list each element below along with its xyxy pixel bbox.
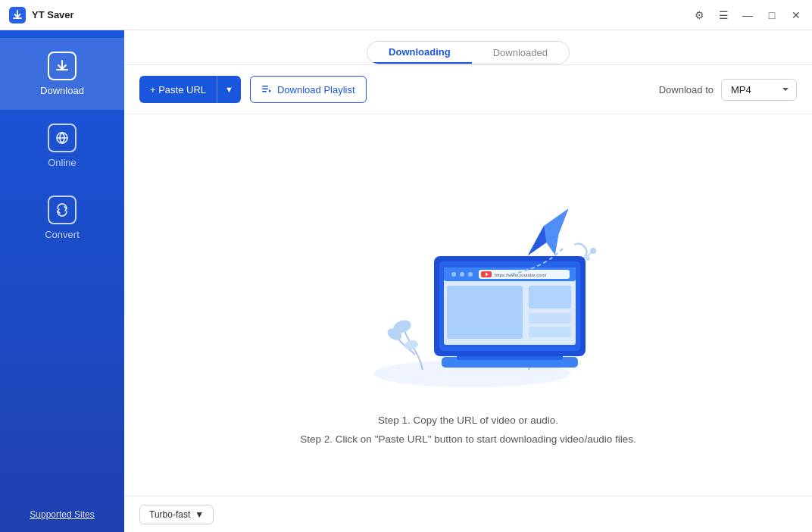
- settings-icon[interactable]: ⚙: [692, 8, 706, 22]
- main-area: https://www.youtube.com/: [124, 114, 812, 496]
- playlist-icon: [261, 84, 272, 95]
- svg-text:https://www.youtube.com/: https://www.youtube.com/: [495, 273, 547, 277]
- svg-rect-27: [529, 313, 571, 324]
- titlebar: YT Saver ⚙ ☰ — □ ✕: [0, 0, 812, 30]
- svg-point-20: [460, 272, 464, 277]
- content-area: Downloading Downloaded + Paste URL ▼ Dow…: [124, 30, 812, 532]
- supported-sites-link[interactable]: Supported Sites: [12, 509, 112, 520]
- menu-icon[interactable]: ☰: [717, 8, 730, 22]
- illustration: https://www.youtube.com/: [324, 146, 612, 404]
- sidebar-footer: Supported Sites: [0, 497, 124, 532]
- svg-point-7: [404, 340, 419, 351]
- svg-rect-28: [529, 327, 571, 337]
- convert-icon: [48, 196, 77, 224]
- step1-text: Step 1. Copy the URL of video or audio.: [300, 412, 636, 430]
- sidebar: Download Online: [0, 30, 124, 532]
- tab-downloaded[interactable]: Downloaded: [472, 42, 569, 64]
- tab-downloading[interactable]: Downloading: [367, 42, 472, 64]
- toolbar: + Paste URL ▼ Download Playlist Download…: [124, 65, 812, 114]
- window-controls: ⚙ ☰ — □ ✕: [692, 8, 803, 22]
- online-icon: [48, 124, 77, 152]
- sidebar-item-online[interactable]: Online: [0, 110, 124, 182]
- bottom-bar: Turbo-fast ▼: [124, 496, 812, 532]
- svg-rect-3: [262, 91, 267, 92]
- maximize-button[interactable]: □: [765, 8, 779, 22]
- instructions: Step 1. Copy the URL of video or audio. …: [300, 412, 636, 449]
- paste-url-button[interactable]: + Paste URL ▼: [139, 76, 241, 103]
- app-title: YT Saver: [32, 9, 692, 20]
- app-body: Download Online: [0, 30, 812, 532]
- download-to-section: Download to MP4 MP3 AVI MOV MKV: [659, 79, 797, 101]
- sidebar-convert-label: Convert: [45, 229, 80, 240]
- format-select[interactable]: MP4 MP3 AVI MOV MKV: [721, 79, 797, 101]
- svg-rect-1: [262, 86, 268, 87]
- sidebar-item-convert[interactable]: Convert: [0, 182, 124, 254]
- sidebar-item-download[interactable]: Download: [0, 38, 124, 110]
- tab-group: Downloading Downloaded: [367, 41, 570, 64]
- svg-point-11: [590, 248, 596, 254]
- sidebar-download-label: Download: [40, 85, 84, 96]
- svg-point-19: [451, 272, 456, 277]
- svg-point-12: [586, 256, 590, 261]
- svg-point-21: [468, 272, 473, 277]
- download-playlist-button[interactable]: Download Playlist: [250, 76, 367, 103]
- paste-url-label: + Paste URL: [139, 76, 217, 103]
- turbo-label: Turbo-fast: [149, 509, 190, 520]
- paste-url-dropdown-icon: ▼: [217, 76, 241, 103]
- minimize-button[interactable]: —: [741, 8, 754, 22]
- sidebar-online-label: Online: [48, 157, 77, 168]
- svg-rect-2: [262, 89, 268, 90]
- close-button[interactable]: ✕: [789, 8, 803, 22]
- app-logo: [9, 7, 26, 23]
- download-icon: [48, 52, 77, 80]
- step2-text: Step 2. Click on "Paste URL" button to s…: [300, 430, 636, 449]
- download-to-label: Download to: [659, 84, 714, 95]
- playlist-label: Download Playlist: [277, 84, 355, 95]
- turbo-arrow-icon: ▼: [195, 509, 204, 520]
- turbo-fast-button[interactable]: Turbo-fast ▼: [139, 505, 214, 524]
- svg-rect-25: [447, 286, 523, 339]
- tab-bar: Downloading Downloaded: [124, 30, 812, 65]
- svg-rect-26: [529, 286, 571, 308]
